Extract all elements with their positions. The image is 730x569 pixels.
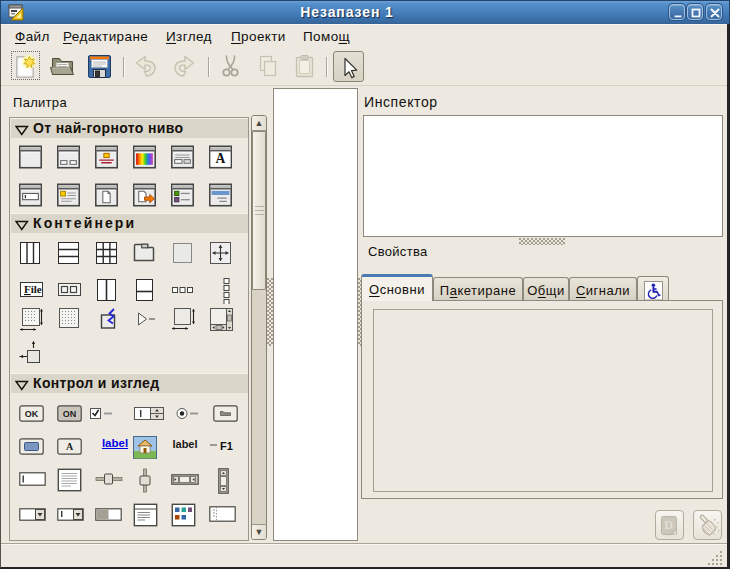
svg-text:D: D [664, 518, 673, 532]
svg-text:F1: F1 [220, 440, 233, 452]
svg-text:File: File [24, 283, 42, 295]
svg-text:ON: ON [63, 409, 77, 419]
svg-text:A: A [66, 441, 74, 452]
svg-text:A: A [216, 151, 226, 166]
svg-text:OK: OK [25, 409, 39, 419]
